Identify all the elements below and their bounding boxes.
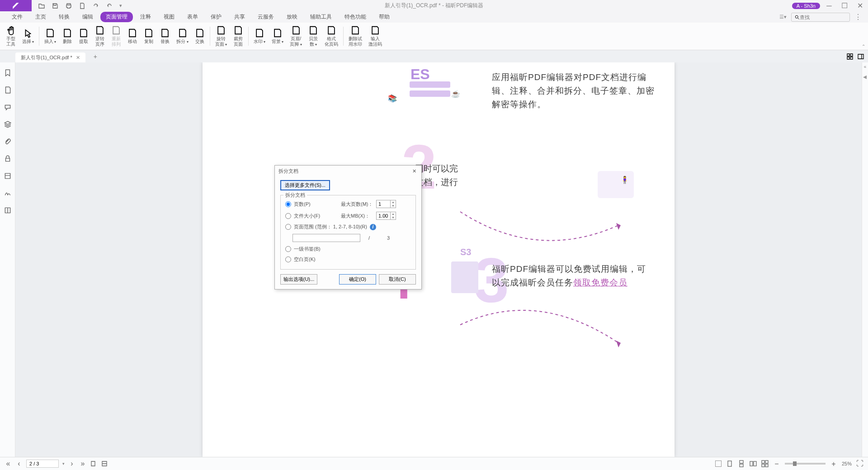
qat-more-icon[interactable]: ▾ — [119, 3, 122, 9]
ribbon-reverse-button[interactable]: 逆转 页序 — [92, 24, 108, 49]
free-member-link[interactable]: 领取免费会员 — [573, 278, 627, 287]
tab-close-icon[interactable]: ✕ — [76, 55, 80, 61]
ribbon-headerfooter-button[interactable]: 页眉/ 页脚 ▾ — [287, 24, 305, 49]
page-dropdown-icon[interactable]: ▾ — [62, 461, 65, 466]
radio-range[interactable] — [285, 224, 291, 230]
radio-pages[interactable] — [285, 201, 291, 207]
spinner-down-icon[interactable]: ▼ — [391, 204, 396, 208]
search-box[interactable] — [791, 13, 850, 22]
ribbon-pagenum-button[interactable]: 格式 化页码 — [321, 24, 341, 49]
continuous-view-icon[interactable] — [738, 460, 745, 467]
first-page-button[interactable]: « — [5, 460, 12, 467]
zoom-slider-handle[interactable] — [793, 461, 797, 466]
ok-button[interactable]: 确定(O) — [339, 274, 376, 285]
next-page-button[interactable]: › — [68, 460, 75, 467]
open-icon[interactable] — [38, 2, 45, 9]
spinner-down-icon[interactable]: ▼ — [391, 216, 396, 219]
spinner-up-icon[interactable]: ▲ — [391, 212, 396, 216]
ribbon-bates-button[interactable]: 贝茨 数 ▾ — [305, 24, 321, 49]
form-fields-icon[interactable] — [4, 172, 12, 180]
last-page-button[interactable]: » — [79, 460, 86, 467]
page-range-input[interactable] — [292, 234, 360, 242]
status-color-icon[interactable] — [715, 461, 722, 467]
ribbon-hand-button[interactable]: 手型 工具 — [3, 24, 19, 49]
menubar-more-icon[interactable]: ⋮ — [854, 13, 862, 21]
menu-item-11[interactable]: 放映 — [281, 12, 303, 22]
max-mb-spinner[interactable]: ▲▼ — [376, 212, 396, 220]
nav-extra2-icon[interactable] — [101, 460, 108, 467]
ribbon-extract-button[interactable]: 提取 — [75, 24, 92, 49]
ribbon-collapse-icon[interactable]: ⌃ — [862, 44, 865, 49]
ribbon-watermark-button[interactable]: 水印 ▾ — [250, 24, 269, 49]
menu-item-12[interactable]: 辅助工具 — [305, 12, 337, 22]
continuous-facing-view-icon[interactable] — [761, 460, 769, 467]
ribbon-background-button[interactable]: 背景 ▾ — [269, 24, 287, 49]
dialog-close-button[interactable]: ✕ — [410, 167, 418, 175]
attachments-icon[interactable] — [4, 138, 12, 146]
right-sidebar-collapse-icon[interactable]: « — [864, 64, 867, 69]
menu-item-9[interactable]: 共享 — [229, 12, 250, 22]
menu-item-8[interactable]: 保护 — [205, 12, 227, 22]
security-icon[interactable] — [4, 155, 12, 163]
menu-item-2[interactable]: 转换 — [53, 12, 75, 22]
menu-item-1[interactable]: 主页 — [30, 12, 52, 22]
menu-item-3[interactable]: 编辑 — [77, 12, 99, 22]
export-icon[interactable] — [79, 2, 86, 9]
ribbon-select-button[interactable]: 选择 ▾ — [19, 24, 37, 49]
menu-item-5[interactable]: 注释 — [135, 12, 156, 22]
ribbon-insert-button[interactable]: 插入 ▾ — [41, 24, 59, 49]
menu-item-10[interactable]: 云服务 — [252, 12, 279, 22]
layers-icon[interactable] — [4, 120, 12, 128]
fullscreen-button[interactable]: ⛶ — [856, 460, 863, 468]
ribbon-move-button[interactable]: 移动 — [124, 24, 141, 49]
panel-toggle-icon[interactable] — [857, 53, 864, 60]
dialog-title-bar[interactable]: 拆分文档 ✕ — [275, 166, 421, 176]
zoom-out-button[interactable]: − — [773, 460, 780, 467]
menu-item-7[interactable]: 表单 — [182, 12, 203, 22]
pages-icon[interactable] — [4, 86, 12, 94]
ribbon-copy-button[interactable]: 复制 — [141, 24, 157, 49]
menubar-options-icon[interactable]: ☰▾ — [779, 14, 787, 20]
right-sidebar-handle[interactable]: ◂ — [863, 72, 868, 86]
max-mb-input[interactable] — [377, 212, 390, 219]
ribbon-rmwm-button[interactable]: 删除试 用水印 — [345, 24, 365, 49]
facing-view-icon[interactable] — [750, 460, 757, 467]
document-tab[interactable]: 新人引导(1)_OCR.pdf * ✕ — [15, 52, 85, 62]
ribbon-rotate-button[interactable]: 旋转 页面 ▾ — [212, 24, 230, 49]
redo-icon[interactable] — [92, 2, 99, 9]
output-options-button[interactable]: 输出选项(U)... — [280, 274, 317, 285]
canvas-area[interactable]: ES 📚 ☕ 1 应用福昕PDF编辑器对PDF文档进行编辑、注释、合并和拆分、电… — [15, 62, 862, 457]
select-more-files-button[interactable]: 选择更多文件(S)... — [280, 180, 330, 190]
cancel-button[interactable]: 取消(C) — [379, 274, 416, 285]
ribbon-rearrange-button[interactable]: 重新 排列 — [108, 24, 124, 49]
close-window-button[interactable]: ✕ — [854, 1, 866, 10]
undo-dropdown-icon[interactable] — [106, 2, 113, 9]
max-pages-spinner[interactable]: ▲▼ — [376, 200, 396, 208]
user-badge[interactable]: A - Sh3n — [792, 3, 820, 9]
ribbon-swap-button[interactable]: 交换 — [192, 24, 208, 49]
radio-bookmark[interactable] — [285, 246, 291, 252]
menu-item-4[interactable]: 页面管理 — [100, 12, 133, 22]
radio-filesize[interactable] — [285, 213, 291, 219]
ribbon-crop-button[interactable]: 裁剪 页面 — [230, 24, 246, 49]
spinner-up-icon[interactable]: ▲ — [391, 200, 396, 204]
zoom-in-button[interactable]: + — [830, 460, 837, 467]
save-icon[interactable] — [52, 2, 59, 9]
menu-item-14[interactable]: 帮助 — [373, 12, 395, 22]
menu-item-6[interactable]: 视图 — [158, 12, 180, 22]
ribbon-activate-button[interactable]: 输入 激活码 — [365, 24, 385, 49]
page-number-input[interactable] — [26, 460, 59, 468]
compare-icon[interactable] — [4, 206, 12, 214]
search-input[interactable] — [800, 14, 845, 20]
minimize-button[interactable]: ─ — [823, 1, 835, 10]
signatures-icon[interactable] — [4, 189, 12, 197]
zoom-slider[interactable] — [785, 463, 826, 465]
ribbon-split-button[interactable]: 拆分 ▾ — [173, 24, 191, 49]
comments-icon[interactable] — [4, 103, 12, 111]
menu-item-0[interactable]: 文件 — [6, 12, 28, 22]
ribbon-delete-button[interactable]: 删除 — [59, 24, 75, 49]
ribbon-replace-button[interactable]: 替换 — [157, 24, 173, 49]
menu-item-13[interactable]: 特色功能 — [339, 12, 372, 22]
max-pages-input[interactable] — [377, 200, 390, 208]
print-icon[interactable] — [65, 2, 72, 9]
